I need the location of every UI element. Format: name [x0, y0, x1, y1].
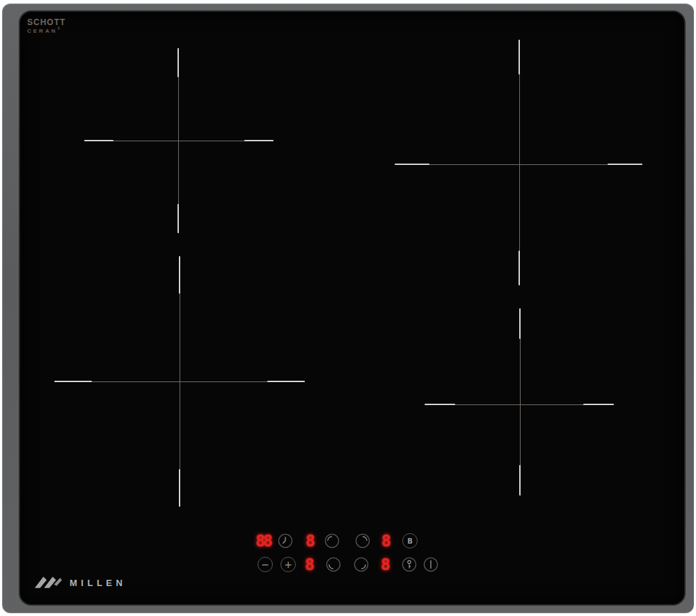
zone-arc-top-right-icon	[355, 533, 370, 548]
boost-button[interactable]: B	[402, 533, 418, 548]
key-icon	[402, 557, 417, 572]
cross-tip-right	[583, 404, 614, 405]
zone-select-rear-left-button[interactable]	[324, 533, 340, 548]
cross-tip-left	[54, 381, 92, 382]
glass-brand-line2: CERAN®	[27, 27, 65, 34]
minus-button[interactable]: −	[258, 557, 273, 572]
cross-tip-right	[244, 140, 274, 141]
power-icon	[423, 557, 438, 572]
cross-tip-bottom	[177, 204, 179, 233]
plus-button[interactable]: +	[280, 557, 296, 572]
cross-tip-top	[519, 308, 521, 339]
cross-tip-bottom	[519, 251, 520, 285]
cross-tip-left	[84, 140, 113, 141]
cross-tip-left	[425, 404, 455, 405]
manufacturer-name: MILLEN	[70, 578, 126, 588]
cross-tip-right	[608, 164, 642, 165]
cross-tip-top	[177, 48, 179, 77]
plus-label: +	[284, 559, 292, 570]
millen-wave-logo-icon	[33, 574, 63, 592]
product-photo-induction-hob: SCHOTT CERAN® 88 8 8	[0, 0, 696, 616]
zone-display-front-right: 8	[379, 557, 393, 572]
zone-display-front-left: 8	[303, 557, 317, 572]
zone-select-rear-right-button[interactable]	[355, 533, 370, 548]
clock-icon	[278, 533, 293, 548]
cross-tip-bottom	[519, 465, 521, 496]
power-button[interactable]	[423, 557, 438, 572]
zone-select-front-left-button[interactable]	[326, 557, 341, 572]
cross-tip-bottom	[179, 469, 180, 507]
cross-line-horizontal	[395, 164, 642, 165]
zone-arc-bottom-right-icon	[354, 557, 369, 572]
registered-mark: ®	[57, 26, 60, 31]
zone-select-front-right-button[interactable]	[354, 557, 369, 572]
zone-display-rear-right: 8	[379, 533, 393, 548]
glass-brand-logo: SCHOTT CERAN®	[27, 18, 65, 34]
zone-arc-bottom-left-icon	[326, 557, 341, 572]
timer-display: 88	[250, 533, 276, 548]
zone-arc-top-left-icon	[324, 533, 340, 548]
cross-tip-top	[519, 40, 520, 74]
glass-surface	[19, 10, 686, 606]
cross-line-vertical	[519, 40, 520, 285]
key-lock-button[interactable]	[402, 557, 417, 572]
manufacturer-logo: MILLEN	[33, 574, 126, 592]
boost-label: B	[407, 537, 413, 545]
timer-button[interactable]	[278, 533, 293, 548]
cross-tip-left	[395, 164, 429, 165]
cross-tip-top	[179, 256, 180, 294]
cross-tip-right	[267, 381, 305, 382]
zone-display-rear-left: 8	[303, 533, 317, 548]
minus-label: −	[261, 559, 269, 570]
